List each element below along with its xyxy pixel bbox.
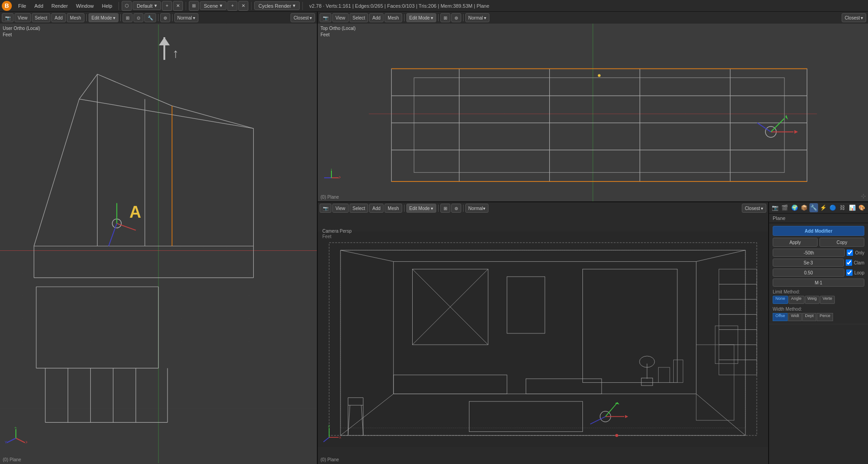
lm-none-btn[interactable]: None [773, 296, 788, 304]
vp-rb-view-btn[interactable]: View [332, 204, 349, 213]
loop-checkbox[interactable] [846, 269, 853, 276]
clam-checkbox[interactable] [846, 259, 852, 266]
vp-left-view-btn[interactable]: View [15, 13, 31, 22]
vp-rb-global-btn[interactable]: ⊞ [440, 204, 450, 213]
vp-rt-global-btn[interactable]: ⊞ [440, 13, 450, 22]
menu-window[interactable]: Window [72, 2, 97, 10]
vp-rb-pivot-btn[interactable]: Closest ▾ [742, 204, 766, 213]
add-modifier-row: Add Modifier [773, 226, 864, 236]
vp-rt-camera-btn[interactable]: 📷 [320, 13, 331, 22]
val050-btn[interactable]: 0.50 [773, 269, 844, 277]
svg-marker-91 [794, 130, 798, 134]
menu-help[interactable]: Help [99, 2, 116, 10]
vp-rb-camera-btn[interactable]: 📷 [320, 204, 331, 213]
vp-left-add-btn[interactable]: Add [51, 13, 66, 22]
viewport-right-bottom[interactable]: 📷 View Select Add Mesh Edit Mode ▾ ⊞ ⊚ N… [318, 202, 768, 464]
menu-add[interactable]: Add [31, 2, 47, 10]
vp-left-mesh-btn[interactable]: Mesh [67, 13, 84, 22]
vp-rb-add-btn[interactable]: Add [369, 204, 384, 213]
svg-marker-92 [785, 115, 788, 120]
vp-rt-mesh-btn[interactable]: Mesh [385, 13, 402, 22]
prop-icon-modifier[interactable]: 🔧 [809, 203, 818, 212]
vp-rt-shading-btn[interactable]: Normal ▾ [465, 13, 489, 22]
vp-left-pivot-btn[interactable]: ⊙ [133, 13, 143, 22]
right-top-viewport-content[interactable]: Top Ortho (Local) Feet (0) Plane X Y [318, 24, 868, 201]
prop-icon-particles[interactable]: ⚡ [819, 203, 828, 212]
engine-label: Cycles Render [258, 3, 291, 9]
prop-icon-physics[interactable]: 🔵 [829, 203, 837, 212]
f50th-btn[interactable]: -50th [773, 249, 845, 257]
vp-rt-select-btn[interactable]: Select [350, 13, 369, 22]
scene-add-btn[interactable]: + [227, 1, 237, 11]
close-workspace-btn[interactable]: ✕ [173, 1, 183, 11]
lm-angle-btn[interactable]: Angle [789, 296, 804, 304]
shading-chevron: ▾ [193, 15, 195, 20]
rt-shading-label: Normal [469, 15, 483, 20]
menu-file[interactable]: File [15, 2, 30, 10]
se3-btn[interactable]: Se·3 [773, 259, 844, 267]
vp-rt-editmode-btn[interactable]: Edit Mode ▾ [406, 13, 436, 22]
add-workspace-btn[interactable]: + [162, 1, 172, 11]
add-modifier-button[interactable]: Add Modifier [773, 226, 864, 236]
vp-rt-view-btn[interactable]: View [332, 13, 349, 22]
wm-perce-btn[interactable]: Perce [817, 313, 833, 321]
scene-dropdown[interactable]: Scene ▾ [200, 1, 227, 10]
vp-left-pivot-mode-btn[interactable]: Closest ▾ [291, 13, 315, 22]
blender-logo[interactable]: B [2, 1, 12, 11]
se3-row: Se·3 Clam [773, 259, 864, 267]
prop-modifier-section: Add Modifier Apply Copy -50th Only [769, 223, 868, 324]
prop-icon-constraints[interactable]: ⛓ [838, 203, 847, 212]
vp-rb-editmode-btn[interactable]: Edit Mode ▾ [406, 204, 436, 213]
vp-rb-mesh-btn[interactable]: Mesh [385, 204, 402, 213]
prop-icon-scene[interactable]: 🎬 [780, 203, 789, 212]
left-viewport-content[interactable]: ↑ A User Ortho (Local) Feet X Y Z [0, 24, 317, 464]
svg-line-89 [771, 118, 784, 132]
wm-dept-btn[interactable]: Dept [802, 313, 816, 321]
vp-left-proportional-btn[interactable]: ⊚ [160, 13, 170, 22]
prop-icon-world[interactable]: 🌍 [790, 203, 799, 212]
vp-rb-proportional-btn[interactable]: ⊚ [451, 204, 461, 213]
separator-1 [118, 2, 119, 10]
lm-verte-btn[interactable]: Verte [820, 296, 835, 304]
vp-left-global-btn[interactable]: ⊞ [123, 13, 133, 22]
vp-sep-3 [158, 14, 158, 21]
menu-render[interactable]: Render [48, 2, 71, 10]
top-menubar: B File Add Render Window Help ⬡ Default … [0, 0, 868, 12]
vp-rb-select-btn[interactable]: Select [350, 204, 369, 213]
scene-remove-btn[interactable]: ✕ [238, 1, 248, 11]
vp-rt-pivot-btn[interactable]: Closest ▾ [842, 13, 866, 22]
only-checkbox[interactable] [847, 249, 853, 256]
vp-rb-shading-btn[interactable]: Normal▾ [465, 204, 488, 213]
chevron-down-icon: ▾ [154, 3, 157, 9]
svg-line-51 [108, 224, 117, 246]
limit-method-section: Limit Method: None Angle Weig Verte [773, 289, 864, 304]
engine-dropdown[interactable]: Cycles Render ▾ [254, 1, 300, 10]
wm-offse-btn[interactable]: Offse [773, 313, 788, 321]
viewport-left[interactable]: 📷 View Select Add Mesh Edit Mode ▾ ⊞ ⊙ 🔧… [0, 12, 318, 464]
rt-shading-chevron: ▾ [484, 15, 486, 20]
lm-weig-btn[interactable]: Weig [805, 296, 819, 304]
right-bottom-viewport-content[interactable]: X Z Camera Persp Feet (0) Plane [318, 214, 768, 464]
m1-btn[interactable]: M·1 [773, 278, 864, 287]
svg-line-90 [757, 123, 771, 132]
vp-left-camera-btn[interactable]: 📷 [2, 13, 14, 22]
apply-copy-row: Apply Copy [773, 238, 864, 247]
prop-icon-object[interactable]: 📦 [800, 203, 809, 212]
apply-button[interactable]: Apply [773, 238, 818, 247]
camera-feet-text: Feet [322, 234, 331, 239]
vp-left-select-btn[interactable]: Select [32, 13, 51, 22]
vp-left-snap-btn[interactable]: 🔧 [144, 13, 156, 22]
global-icon[interactable]: ⊞ [189, 1, 199, 11]
vp-rt-add-btn[interactable]: Add [369, 13, 384, 22]
prop-icon-data[interactable]: 📊 [848, 203, 857, 212]
copy-button[interactable]: Copy [819, 238, 864, 247]
viewport-right-top[interactable]: 📷 View Select Add Mesh Edit Mode ▾ ⊞ ⊚ N… [318, 12, 868, 202]
prop-icon-material[interactable]: 🎨 [858, 203, 866, 212]
vp-rt-proportional-btn[interactable]: ⊚ [451, 13, 461, 22]
vp-left-editmode-btn[interactable]: Edit Mode ▾ [89, 13, 118, 22]
prop-icon-render[interactable]: 📷 [771, 203, 779, 212]
wm-widt-btn[interactable]: Widt [788, 313, 802, 321]
vp-left-shading-btn[interactable]: Normal ▾ [174, 13, 198, 22]
scene-icon[interactable]: ⬡ [122, 1, 132, 11]
workspace-dropdown[interactable]: Default ▾ [133, 1, 161, 10]
